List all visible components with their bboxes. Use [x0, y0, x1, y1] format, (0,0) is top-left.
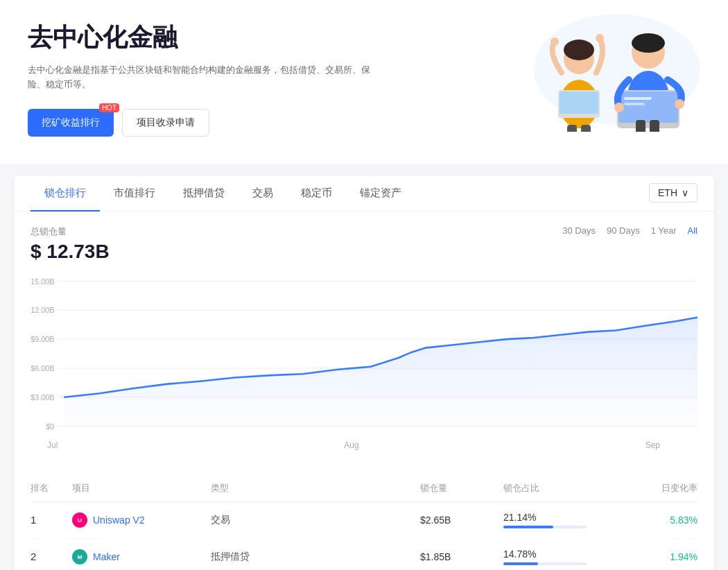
- period-90-days[interactable]: 90 Days: [607, 225, 640, 236]
- tab-anchored-assets[interactable]: 锚定资产: [346, 175, 415, 211]
- svg-text:M: M: [78, 554, 83, 560]
- eth-dropdown[interactable]: ETH ∨: [649, 183, 697, 202]
- svg-text:$0: $0: [46, 422, 54, 430]
- svg-rect-6: [567, 125, 577, 132]
- total-locked-label: 总锁仓量: [31, 225, 110, 238]
- ratio-fill-maker: [503, 562, 538, 565]
- uniswap-logo: U: [75, 515, 85, 525]
- chart-container: $15.00B $12.00B $9.00B $6.00B $3.00B $0: [31, 274, 697, 433]
- maker-icon: M: [72, 549, 87, 564]
- ratio-value-maker: 14.78%: [503, 549, 614, 560]
- svg-text:$6.00B: $6.00B: [31, 363, 54, 372]
- svg-rect-9: [560, 92, 598, 114]
- period-1-year[interactable]: 1 Year: [651, 225, 677, 236]
- chevron-down-icon: ∨: [682, 187, 688, 198]
- svg-text:$9.00B: $9.00B: [31, 335, 54, 343]
- svg-rect-20: [650, 120, 659, 132]
- tab-trading[interactable]: 交易: [239, 175, 287, 211]
- table-row: 2 M Maker 抵押借贷 $1.85B 14.78% 1.94%: [31, 539, 697, 570]
- locked-maker: $1.85B: [420, 551, 503, 562]
- total-locked-value: $ 12.73B: [31, 241, 110, 263]
- col-ratio: 锁仓占比: [503, 482, 614, 494]
- svg-rect-19: [636, 120, 645, 132]
- period-selector: 30 Days 90 Days 1 Year All: [562, 225, 697, 236]
- ratio-uniswap: 21.14%: [503, 512, 614, 528]
- tab-collateral-loan[interactable]: 抵押借贷: [169, 175, 239, 211]
- svg-rect-7: [581, 125, 591, 132]
- project-maker[interactable]: M Maker: [72, 549, 211, 564]
- locked-uniswap: $2.65B: [420, 515, 503, 526]
- tab-stablecoin[interactable]: 稳定币: [287, 175, 346, 211]
- x-axis-labels: Jul Aug Sep: [31, 440, 697, 450]
- table-header: 排名 项目 类型 锁仓量 锁仓占比 日变化率: [31, 475, 697, 502]
- rank-2: 2: [31, 551, 72, 562]
- col-project: 项目: [72, 482, 211, 494]
- svg-point-3: [564, 40, 594, 60]
- chart-section: 总锁仓量 $ 12.73B 30 Days 90 Days 1 Year All: [14, 211, 714, 475]
- ratio-bar-uniswap: [503, 526, 587, 528]
- svg-rect-15: [624, 97, 652, 100]
- svg-rect-14: [618, 92, 678, 123]
- main-content: 锁仓排行 市值排行 抵押借贷 交易 稳定币 锚定资产 ETH ∨ 总锁仓量 $ …: [14, 175, 714, 570]
- x-label-sep: Sep: [645, 440, 660, 450]
- project-uniswap[interactable]: U Uniswap V2: [72, 512, 211, 528]
- mining-rank-button[interactable]: 挖矿收益排行 HOT: [28, 109, 114, 137]
- col-locked: 锁仓量: [420, 482, 503, 494]
- header-section: 去中心化金融 去中心化金融是指基于公共区块链和智能合约构建的金融服务，包括借贷、…: [0, 0, 728, 164]
- header-description: 去中心化金融是指基于公共区块链和智能合约构建的金融服务，包括借贷、交易所、保险、…: [28, 63, 374, 92]
- col-type: 类型: [211, 482, 420, 494]
- illustration-svg: [506, 7, 700, 132]
- svg-point-5: [596, 34, 604, 42]
- svg-point-11: [632, 33, 665, 53]
- svg-text:U: U: [78, 517, 82, 524]
- col-change: 日变化率: [614, 482, 697, 494]
- x-label-aug: Aug: [344, 440, 358, 450]
- ratio-bar-maker: [503, 562, 587, 565]
- col-rank: 排名: [31, 482, 72, 494]
- svg-point-4: [551, 37, 559, 46]
- type-uniswap: 交易: [211, 514, 420, 526]
- svg-text:$12.00B: $12.00B: [31, 306, 54, 314]
- x-label-jul: Jul: [47, 440, 58, 450]
- svg-point-18: [675, 99, 684, 109]
- period-all[interactable]: All: [688, 225, 697, 236]
- apply-listing-button[interactable]: 项目收录申请: [122, 109, 209, 137]
- svg-point-17: [614, 103, 624, 112]
- table-row: 1 U Uniswap V2 交易 $2.65B 21.14% 5.83%: [31, 502, 697, 539]
- eth-label: ETH: [658, 187, 677, 198]
- tab-locked-rank[interactable]: 锁仓排行: [31, 175, 100, 211]
- maker-logo: M: [75, 552, 85, 562]
- tab-market-rank[interactable]: 市值排行: [100, 175, 169, 211]
- change-maker: 1.94%: [614, 551, 697, 562]
- ratio-maker: 14.78%: [503, 549, 614, 565]
- chart-svg: $15.00B $12.00B $9.00B $6.00B $3.00B $0: [31, 274, 697, 433]
- uniswap-icon: U: [72, 512, 87, 528]
- change-uniswap: 5.83%: [614, 515, 697, 526]
- ratio-fill-uniswap: [503, 526, 553, 528]
- period-30-days[interactable]: 30 Days: [562, 225, 596, 236]
- svg-text:$3.00B: $3.00B: [31, 392, 54, 401]
- tabs-bar: 锁仓排行 市值排行 抵押借贷 交易 稳定币 锚定资产 ETH ∨: [14, 175, 714, 211]
- svg-rect-16: [624, 103, 645, 105]
- rank-1: 1: [31, 514, 72, 526]
- svg-text:$15.00B: $15.00B: [31, 277, 54, 285]
- hot-badge: HOT: [99, 103, 119, 112]
- header-illustration: [506, 7, 700, 132]
- table-section: 排名 项目 类型 锁仓量 锁仓占比 日变化率 1 U Uniswap V2 交易…: [14, 475, 714, 570]
- type-maker: 抵押借贷: [211, 551, 420, 563]
- ratio-value-uniswap: 21.14%: [503, 512, 614, 523]
